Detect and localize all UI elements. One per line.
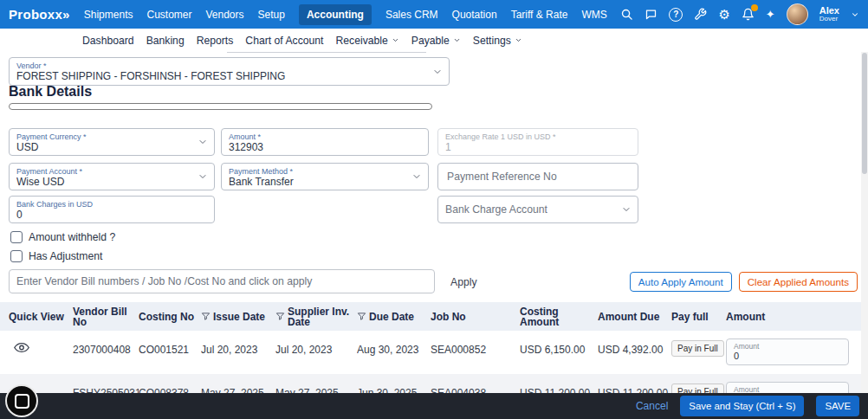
payment-reference-input[interactable] — [445, 170, 631, 184]
bank-charges-value: 0 — [16, 209, 207, 222]
header-costing-no: Costing No — [139, 312, 201, 322]
top-menu-wms[interactable]: WMS — [581, 9, 606, 21]
payment-account-value: Wise USD — [16, 176, 207, 189]
header-amount-due: Amount Due — [598, 312, 671, 322]
bank-charges-field[interactable]: Bank Charges in USD 0 — [9, 196, 215, 223]
top-menu-quotation[interactable]: Quotation — [452, 9, 497, 21]
chevron-down-icon — [621, 204, 632, 215]
cell-job-no: SEA000852 — [431, 331, 520, 356]
user-name[interactable]: Alex Dover — [819, 5, 839, 23]
settings-gear-icon[interactable]: ⚙ — [718, 8, 729, 21]
subnav-chart-of-account[interactable]: Chart of Account — [245, 35, 323, 47]
cell-vendor-bill-no: 2307000408 — [73, 331, 139, 356]
payment-currency-label: Payment Currency * — [16, 132, 207, 141]
subnav-reports-label: Reports — [197, 35, 234, 47]
subnav-payable[interactable]: Payable — [411, 35, 461, 47]
subnav-dashboard-label: Dashboard — [82, 35, 134, 47]
vendor-label: Vendor * — [16, 61, 442, 70]
payment-method-select[interactable]: Payment Method * Bank Transfer — [221, 163, 429, 190]
filter-funnel-icon[interactable] — [275, 312, 285, 321]
has-adjustment-label: Has Adjustment — [29, 250, 102, 262]
bank-charges-label: Bank Charges in USD — [16, 200, 207, 209]
user-avatar[interactable] — [787, 3, 808, 25]
bills-table-header: Quick View Vendor Bill No Costing No Iss… — [0, 302, 861, 331]
chevron-down-icon — [411, 171, 422, 182]
topnav-right-cluster: ? ⚙ ✦ Alex Dover — [620, 3, 868, 25]
bank-charge-account-select[interactable]: Bank Charge Account — [437, 196, 638, 223]
subnav-settings[interactable]: Settings — [473, 35, 522, 47]
has-adjustment-checkbox-row[interactable]: Has Adjustment — [10, 250, 102, 262]
user-menu-chevron-down-icon[interactable] — [851, 10, 859, 19]
header-quick-view: Quick View — [0, 312, 73, 322]
auto-apply-amount-button[interactable]: Auto Apply Amount — [630, 272, 732, 292]
has-adjustment-checkbox[interactable] — [10, 250, 23, 262]
scrolled-field-edge — [227, 52, 426, 53]
amount-withheld-checkbox-row[interactable]: Amount withheld ? — [10, 231, 115, 243]
top-menu-accounting[interactable]: Accounting — [299, 4, 372, 25]
tools-wrench-icon[interactable] — [694, 8, 707, 21]
cell-amount: Amount 0 — [726, 331, 861, 365]
top-menu-vendors[interactable]: Vendors — [205, 9, 243, 21]
bank-charge-account-placeholder: Bank Charge Account — [445, 203, 547, 216]
pay-in-full-button[interactable]: Pay in Full — [671, 340, 724, 357]
subnav-receivable[interactable]: Receivable — [335, 35, 398, 47]
amount-withheld-checkbox[interactable] — [10, 231, 23, 243]
header-pay-full: Pay full — [671, 312, 726, 322]
quick-view-eye-icon[interactable] — [0, 331, 73, 356]
subnav-chart-of-account-label: Chart of Account — [245, 35, 323, 47]
sparkle-icon[interactable]: ✦ — [766, 8, 775, 21]
save-button[interactable]: SAVE — [816, 396, 859, 416]
filter-funnel-icon[interactable] — [201, 312, 211, 321]
footer-action-bar: Cancel Save and Stay (Ctrl + S) SAVE — [0, 393, 868, 419]
cell-costing-no: CO001521 — [139, 331, 201, 356]
chevron-down-icon — [198, 137, 208, 147]
notifications-bell-icon[interactable] — [742, 8, 755, 21]
header-vendor-bill-no: Vendor Bill No — [73, 306, 139, 327]
user-last-name: Dover — [819, 16, 839, 23]
amount-field[interactable]: Amount * 312903 — [221, 128, 429, 156]
vendor-select[interactable]: Vendor * FOREST SHIPPING - FORSHINSH - F… — [9, 57, 450, 86]
app-logo[interactable]: Proboxx» — [0, 7, 84, 22]
subnav-payable-label: Payable — [411, 35, 450, 47]
chat-widget-button[interactable] — [5, 384, 38, 417]
amount-label: Amount * — [229, 132, 421, 141]
subnav-dashboard[interactable]: Dashboard — [82, 35, 134, 47]
subnav-reports[interactable]: Reports — [197, 35, 234, 47]
top-menu-setup[interactable]: Setup — [258, 9, 285, 21]
row-amount-field[interactable]: Amount 0 — [726, 338, 849, 365]
row-amount-value: 0 — [734, 351, 841, 362]
payment-currency-select[interactable]: Payment Currency * USD — [9, 128, 215, 156]
chat-widget-icon — [15, 394, 29, 409]
clear-applied-amounts-button[interactable]: Clear Applied Amounts — [739, 272, 858, 292]
search-icon[interactable] — [620, 8, 633, 21]
filter-funnel-icon[interactable] — [357, 312, 366, 321]
payment-account-select[interactable]: Payment Account * Wise USD — [9, 163, 215, 190]
top-menu-sales-crm[interactable]: Sales CRM — [385, 9, 438, 21]
header-job-no: Job No — [431, 312, 520, 322]
top-menu: Shipments Customer Vendors Setup Account… — [84, 4, 607, 25]
top-menu-customer[interactable]: Customer — [146, 9, 191, 21]
notification-badge — [751, 4, 758, 11]
top-navbar: Proboxx» Shipments Customer Vendors Setu… — [0, 0, 868, 29]
scrollbar-thumb[interactable] — [862, 53, 867, 174]
help-icon[interactable]: ? — [669, 8, 683, 22]
section-divider-bar — [9, 103, 432, 110]
chevron-down-icon — [198, 171, 208, 182]
section-title-bank-details: Bank Details — [9, 84, 92, 100]
header-amount: Amount — [726, 312, 861, 322]
top-menu-tariff-rate[interactable]: Tariff & Rate — [511, 9, 568, 21]
subnav-receivable-label: Receivable — [335, 35, 387, 47]
vendor-bill-apply-input[interactable] — [9, 269, 435, 293]
save-and-stay-button[interactable]: Save and Stay (Ctrl + S) — [680, 396, 804, 416]
subnav-settings-label: Settings — [473, 35, 511, 47]
payment-reference-input-wrap — [437, 163, 638, 190]
vertical-scrollbar[interactable] — [861, 29, 868, 393]
exchange-rate-field: Exchange Rate 1 USD in USD * 1 — [437, 128, 638, 156]
cancel-button[interactable]: Cancel — [636, 400, 668, 412]
chat-icon[interactable] — [645, 8, 657, 21]
apply-link[interactable]: Apply — [450, 276, 477, 288]
header-due-date: Due Date — [357, 312, 431, 322]
subnav-banking[interactable]: Banking — [146, 35, 185, 47]
top-menu-shipments[interactable]: Shipments — [84, 9, 133, 21]
header-costing-amount: Costing Amount — [520, 306, 598, 327]
